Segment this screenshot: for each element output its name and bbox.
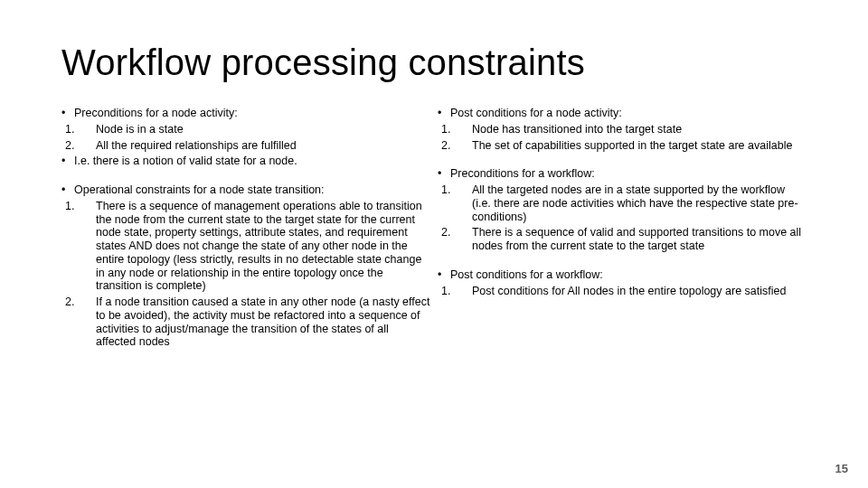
item-text: Node is in a state xyxy=(83,123,184,136)
item-text: All the required relationships are fulfi… xyxy=(83,139,297,153)
numbered-item: 1. All the targeted nodes are in a state… xyxy=(438,183,807,223)
numbered-item: 2. There is a sequence of valid and supp… xyxy=(438,226,807,253)
heading-text: Post conditions for a node activity: xyxy=(450,107,622,120)
bullet-note: • I.e. there is a notion of valid state … xyxy=(61,155,430,168)
numbered-item: 1. There is a sequence of management ope… xyxy=(61,200,430,293)
bullet-icon: • xyxy=(61,107,74,120)
page-number: 15 xyxy=(835,462,848,475)
number-marker: 1. xyxy=(65,200,83,293)
number-marker: 1. xyxy=(65,123,83,136)
heading-text: Operational constraints for a node state… xyxy=(74,183,325,197)
numbered-item: 1. Post conditions for All nodes in the … xyxy=(438,285,807,298)
item-text: Post conditions for All nodes in the ent… xyxy=(459,285,786,298)
slide-title: Workflow processing constraints xyxy=(61,43,807,81)
slide: Workflow processing constraints • Precon… xyxy=(0,0,868,488)
heading-text: Preconditions for a node activity: xyxy=(74,107,238,120)
left-column: • Preconditions for a node activity: 1. … xyxy=(61,107,430,352)
bullet-icon: • xyxy=(438,268,450,282)
numbered-item: 2. All the required relationships are fu… xyxy=(61,139,430,153)
heading-text: Post conditions for a workflow: xyxy=(450,268,603,282)
bullet-icon: • xyxy=(61,183,74,197)
note-text: I.e. there is a notion of valid state fo… xyxy=(74,155,297,168)
bullet-icon: • xyxy=(438,107,450,120)
number-marker: 2. xyxy=(441,226,459,253)
number-marker: 1. xyxy=(441,183,459,223)
item-text: There is a sequence of valid and support… xyxy=(459,226,807,253)
number-marker: 2. xyxy=(65,139,83,153)
item-text: The set of capabilities supported in the… xyxy=(459,139,792,153)
content-columns: • Preconditions for a node activity: 1. … xyxy=(61,107,807,352)
numbered-item: 1. Node has transitioned into the target… xyxy=(438,123,807,136)
numbered-item: 2. The set of capabilities supported in … xyxy=(438,139,807,153)
heading-text: Preconditions for a workflow: xyxy=(450,167,595,181)
bullet-icon: • xyxy=(61,155,74,168)
bullet-icon: • xyxy=(438,167,450,181)
bullet-heading: • Post conditions for a workflow: xyxy=(438,268,807,282)
numbered-item: 2. If a node transition caused a state i… xyxy=(61,296,430,349)
bullet-heading: • Operational constraints for a node sta… xyxy=(61,183,430,197)
item-text: Node has transitioned into the target st… xyxy=(459,123,682,136)
right-column: • Post conditions for a node activity: 1… xyxy=(438,107,807,352)
number-marker: 1. xyxy=(441,285,459,298)
bullet-heading: • Preconditions for a workflow: xyxy=(438,167,807,181)
bullet-heading: • Preconditions for a node activity: xyxy=(61,107,430,120)
number-marker: 2. xyxy=(65,296,83,349)
bullet-heading: • Post conditions for a node activity: xyxy=(438,107,807,120)
number-marker: 2. xyxy=(441,139,459,153)
item-text: All the targeted nodes are in a state su… xyxy=(459,183,807,223)
numbered-item: 1. Node is in a state xyxy=(61,123,430,136)
number-marker: 1. xyxy=(441,123,459,136)
item-text: There is a sequence of management operat… xyxy=(83,200,430,293)
item-text: If a node transition caused a state in a… xyxy=(83,296,430,349)
